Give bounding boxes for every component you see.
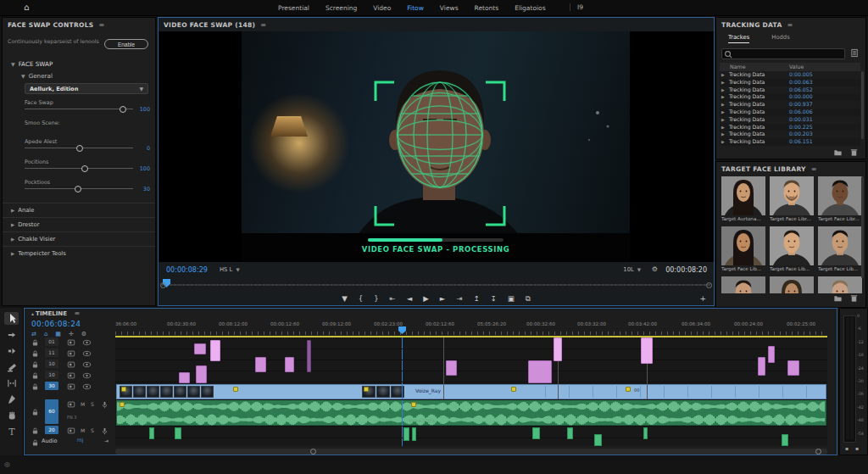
- tracking-row[interactable]: ▶Trecking Data0:00.225: [720, 124, 860, 131]
- track-select-tool[interactable]: [4, 328, 19, 341]
- add-button[interactable]: +: [699, 294, 706, 303]
- menu-item-views[interactable]: Views: [440, 4, 459, 12]
- panel-menu-icon[interactable]: ≡: [74, 309, 80, 317]
- video-clip[interactable]: [285, 357, 294, 372]
- sync-lock-button[interactable]: [67, 400, 75, 409]
- panel-menu-icon[interactable]: ≡: [787, 21, 793, 29]
- settings-wrench-icon[interactable]: ⚙: [652, 265, 658, 273]
- face-thumbnail[interactable]: [770, 176, 814, 215]
- panel-menu-icon[interactable]: ≡: [99, 21, 105, 29]
- track-target-chip[interactable]: 20: [45, 426, 58, 434]
- sync-lock-button[interactable]: [67, 427, 75, 435]
- face-thumbnail[interactable]: [818, 226, 862, 265]
- section-general[interactable]: ▼General: [21, 72, 53, 80]
- track-lock-button[interactable]: [31, 338, 39, 347]
- tab-hodds[interactable]: Hodds: [771, 34, 789, 43]
- mark-in-icon[interactable]: {: [359, 295, 363, 303]
- scrollbar[interactable]: [861, 176, 864, 278]
- enable-button[interactable]: Enable: [104, 39, 148, 49]
- audio-clip[interactable]: [412, 427, 416, 441]
- tracking-row[interactable]: ▶Trecking Data0:00.063: [720, 79, 860, 86]
- video-clip[interactable]: [179, 372, 190, 383]
- track-target-chip[interactable]: 10: [45, 371, 58, 379]
- solo-button[interactable]: S: [91, 401, 94, 407]
- resolution-dropdown[interactable]: 10L▼: [623, 266, 641, 273]
- chevron-right-icon[interactable]: ▶: [721, 116, 725, 124]
- preview-scrubber[interactable]: [162, 279, 710, 289]
- audio-clip[interactable]: [567, 427, 573, 439]
- menu-item-eligatoios[interactable]: Eligatoios: [515, 4, 545, 12]
- extract-icon[interactable]: ↧: [491, 295, 497, 303]
- mark-out-icon[interactable]: }: [374, 295, 378, 303]
- face-thumbnail[interactable]: [770, 276, 814, 293]
- audio-clip[interactable]: [594, 434, 602, 446]
- slider-track[interactable]: [25, 109, 133, 109]
- track-lock-button[interactable]: [31, 408, 39, 416]
- go-to-out-icon[interactable]: ⇥: [456, 295, 462, 303]
- column-name[interactable]: Name: [730, 63, 746, 71]
- audio-clip[interactable]: [532, 427, 540, 439]
- tracking-row[interactable]: ▶Trecking Data0:06.151: [720, 138, 860, 146]
- face-library-item[interactable]: [818, 276, 862, 293]
- video-clip[interactable]: [255, 357, 266, 372]
- folder-icon[interactable]: [833, 293, 843, 303]
- scrubber-start-handle[interactable]: [160, 282, 166, 288]
- section-face-swap[interactable]: ▼FACE SWAP: [11, 60, 53, 68]
- meter-buttons[interactable]: ▪ ▪: [845, 445, 861, 451]
- menu-item-video[interactable]: Video: [373, 4, 391, 12]
- audio-clip[interactable]: [403, 427, 409, 441]
- slider-track[interactable]: [25, 168, 133, 169]
- selection-tool[interactable]: [4, 312, 19, 325]
- folder-icon[interactable]: [833, 148, 843, 157]
- fit-icon[interactable]: ⇥: [104, 438, 108, 443]
- track-output-button[interactable]: [82, 360, 92, 369]
- type-tool[interactable]: T: [4, 425, 19, 438]
- chevron-right-icon[interactable]: ▶: [721, 79, 725, 86]
- tracking-row[interactable]: ▶Trecking Data0:00.203: [720, 131, 860, 138]
- slider-knob[interactable]: [75, 186, 81, 192]
- slider-knob[interactable]: [120, 106, 126, 113]
- video-clip[interactable]: [210, 340, 220, 361]
- sync-lock-button[interactable]: [67, 371, 75, 380]
- track-target-chip[interactable]: 10: [45, 360, 58, 368]
- face-library-item[interactable]: [770, 276, 814, 293]
- face-library-item[interactable]: [721, 276, 765, 293]
- filter-icon[interactable]: [850, 48, 860, 58]
- chevron-right-icon[interactable]: ▶: [721, 93, 725, 101]
- section-chakle-visier[interactable]: ▶Chakle Visier: [3, 231, 155, 246]
- link-toggle-icon[interactable]: ⇄: [31, 331, 36, 337]
- comparison-view-icon[interactable]: ⧉: [526, 295, 531, 303]
- video1-clip[interactable]: Voize_Ray 00: [116, 384, 826, 399]
- pen-tool[interactable]: [4, 393, 19, 405]
- video-clip[interactable]: [194, 343, 206, 354]
- razor-tool[interactable]: [4, 360, 19, 373]
- home-icon[interactable]: ⌂: [24, 3, 29, 12]
- video-clip[interactable]: [768, 346, 775, 363]
- ripple-edit-tool[interactable]: [4, 344, 19, 357]
- solo-button[interactable]: S: [91, 427, 94, 433]
- tracking-row[interactable]: ▶Trecking Data0:00.937: [720, 101, 860, 109]
- face-thumbnail[interactable]: [721, 226, 765, 265]
- face-library-item[interactable]: Target Aurtona...: [721, 176, 765, 223]
- tracking-row[interactable]: ▶Trecking Data0:00.005: [720, 71, 860, 79]
- menu-item-screening[interactable]: Screening: [326, 4, 357, 12]
- chevron-right-icon[interactable]: ▶: [721, 71, 725, 79]
- track-target-chip[interactable]: 30: [45, 382, 58, 390]
- section-drestor[interactable]: ▶Drestor: [3, 217, 155, 231]
- audio-clip[interactable]: [175, 427, 181, 439]
- tracking-row[interactable]: ▶Trecking Data0:00.000: [720, 93, 860, 101]
- face-thumbnail[interactable]: [818, 176, 862, 215]
- track-target-chip[interactable]: 60: [45, 399, 58, 424]
- chevron-right-icon[interactable]: ▶: [721, 138, 725, 146]
- status-icon[interactable]: ◎: [4, 460, 10, 468]
- chevron-right-icon[interactable]: ▶: [721, 124, 725, 131]
- track-target-chip[interactable]: 11: [45, 349, 58, 357]
- track-lock-button[interactable]: [31, 360, 39, 369]
- add-marker-icon[interactable]: ▼: [342, 295, 348, 303]
- tracking-row[interactable]: ▶Trecking Data0:00.031: [720, 116, 860, 124]
- tab-trackes[interactable]: Trackes: [728, 34, 749, 43]
- panel-menu-icon[interactable]: ≡: [811, 165, 817, 173]
- scrollbar-end-handle[interactable]: [815, 449, 821, 454]
- menu-item-presential[interactable]: Presential: [278, 4, 309, 12]
- track-output-button[interactable]: [82, 349, 92, 358]
